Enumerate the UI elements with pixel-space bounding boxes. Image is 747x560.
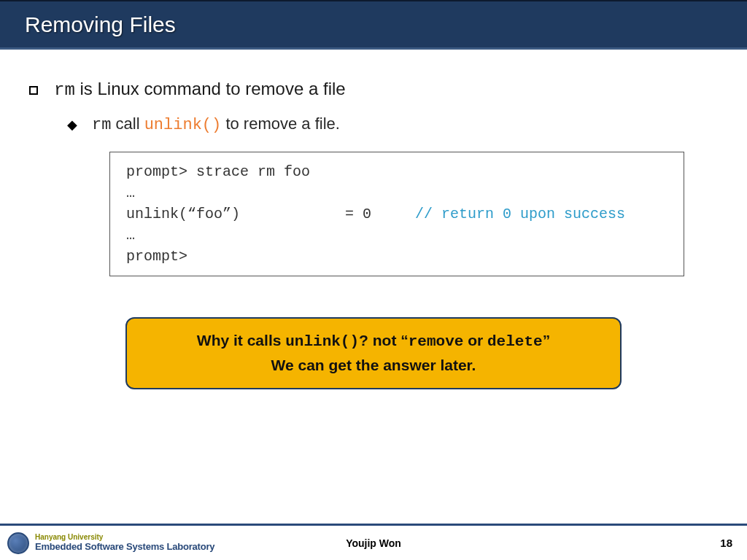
code-l3: unlink(“foo”) = 0 // return 0 upon succe… [126, 203, 667, 225]
sub1-tail: to remove a file. [221, 114, 340, 133]
callout-func: unlink() [285, 333, 359, 350]
sub1-cmd: rm [92, 116, 111, 134]
diamond-bullet-icon: ◆ [67, 117, 77, 133]
callout-post1: ” [543, 332, 551, 349]
lab-name: Embedded Software Systems Laboratory [35, 542, 214, 552]
bullet-level2: ◆ rm call unlink() to remove a file. [67, 114, 718, 134]
code-l4: … [126, 225, 667, 246]
author-name: Youjip Won [346, 537, 401, 549]
callout-line1: Why it calls unlink()? not “remove or de… [144, 329, 603, 354]
logo-icon [7, 532, 29, 554]
slide-title: Removing Files [25, 12, 176, 37]
slide-footer: Hanyang University Embedded Software Sys… [0, 524, 747, 560]
code-rm: rm [54, 80, 75, 100]
code-l3a: unlink(“foo”) = 0 [126, 206, 415, 222]
callout-kw2: delete [487, 333, 543, 350]
slide-content: rm is Linux command to remove a file ◆ r… [0, 50, 747, 389]
bullet1-rest: is Linux command to remove a file [75, 79, 346, 98]
bullet1-text: rm is Linux command to remove a file [54, 79, 346, 100]
slide-header: Removing Files [0, 0, 747, 50]
callout-line2: We can get the answer later. [144, 354, 603, 377]
square-bullet-icon [29, 86, 38, 95]
footer-logo: Hanyang University Embedded Software Sys… [7, 532, 214, 554]
code-l2: … [126, 182, 667, 203]
callout-mid2: or [463, 332, 487, 349]
sub1-func: unlink() [144, 116, 222, 134]
sub1-mid: call [111, 114, 144, 133]
code-block: prompt> strace rm foo … unlink(“foo”) = … [109, 152, 684, 276]
logo-text: Hanyang University Embedded Software Sys… [35, 534, 214, 551]
sub1-text: rm call unlink() to remove a file. [92, 114, 340, 134]
callout-mid1: ? not “ [359, 332, 409, 349]
callout-pre: Why it calls [197, 332, 285, 349]
page-number: 18 [720, 537, 732, 549]
code-l1: prompt> strace rm foo [126, 161, 667, 182]
callout-box: Why it calls unlink()? not “remove or de… [125, 317, 622, 389]
code-l5: prompt> [126, 246, 667, 267]
callout-kw1: remove [409, 333, 464, 350]
bullet-level1: rm is Linux command to remove a file [29, 79, 718, 100]
code-l3-comment: // return 0 upon success [415, 206, 625, 222]
